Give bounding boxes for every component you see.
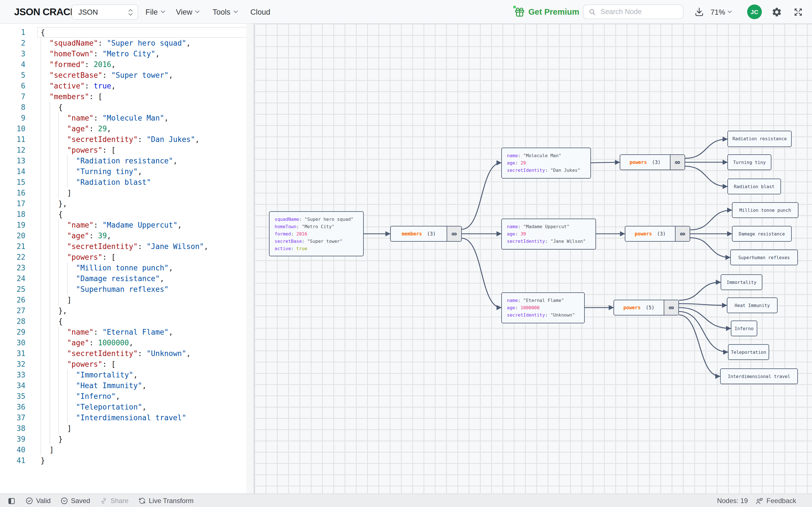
line-number: 22 [0, 252, 26, 263]
search-icon [589, 8, 596, 15]
download-icon [694, 7, 704, 17]
graph-node-leaf-teleportation[interactable]: Teleportation [728, 344, 769, 360]
node-collapse-link-button[interactable] [447, 226, 461, 241]
indent-guide [49, 423, 50, 434]
indent-guide [58, 166, 59, 177]
graph-node-root[interactable]: squadName: "Super hero squad"homeTown: "… [269, 211, 364, 256]
link-icon [100, 497, 108, 505]
indent-guide [67, 380, 68, 391]
editor-line: 21 "secretIdentity": "Jane Wilson", [0, 241, 254, 252]
line-number: 34 [0, 380, 26, 391]
graph-node-powers-1[interactable]: powers(3) [620, 154, 685, 170]
graph-node-member-1[interactable]: name: "Molecule Man"age: 29secretIdentit… [501, 148, 591, 179]
graph-node-member-3[interactable]: name: "Eternal Flame"age: 1000000secretI… [501, 292, 585, 323]
indent-guide [67, 177, 68, 187]
node-collapse-link-button[interactable] [675, 226, 690, 241]
graph-node-members[interactable]: members(3) [390, 226, 462, 242]
indent-guide [41, 156, 41, 166]
zoom-level-dropdown[interactable]: 71% [711, 4, 732, 20]
share-button[interactable]: Share [100, 497, 129, 505]
toggle-editor-panel-button[interactable] [7, 497, 16, 505]
graph-node-powers-2[interactable]: powers(3) [625, 226, 690, 242]
graph-node-leaf-million-tonne-punch[interactable]: Million tonne punch [732, 202, 799, 218]
editor-line: 41} [0, 455, 254, 466]
editor-scrollbar[interactable] [246, 24, 254, 494]
search-input[interactable] [599, 7, 678, 16]
indent-guide [58, 402, 59, 412]
indent-guide [67, 273, 68, 284]
graph-node-member-2[interactable]: name: "Madame Uppercut"age: 39secretIden… [501, 219, 596, 249]
indent-guide [41, 80, 41, 91]
menu-cloud[interactable]: Cloud [250, 0, 270, 24]
editor-line: 4 "formed": 2016, [0, 59, 254, 70]
indent-guide [41, 402, 41, 412]
indent-guide [41, 327, 41, 337]
indent-guide [49, 348, 50, 359]
graph-node-leaf-inferno[interactable]: Inferno [731, 321, 757, 336]
feedback-button[interactable]: Feedback [755, 497, 796, 505]
graph-node-leaf-radiation-blast[interactable]: Radiation blast [727, 179, 781, 194]
get-premium-button[interactable]: Get Premium [514, 0, 579, 24]
line-number: 27 [0, 305, 26, 316]
graph-node-leaf-heat-immunity[interactable]: Heat Immunity [727, 297, 777, 313]
indent-guide [41, 359, 41, 370]
menu-view[interactable]: View [176, 0, 200, 24]
node-property-row: name: "Eternal Flame" [507, 297, 579, 304]
indent-guide [58, 380, 59, 391]
node-collapse-link-button[interactable] [670, 155, 684, 170]
gear-icon [771, 6, 782, 17]
editor-line: 2 "squadName": "Super hero squad", [0, 38, 254, 48]
line-number: 39 [0, 434, 26, 445]
indent-guide [58, 220, 59, 230]
leaf-node-label: Interdimensional travel [728, 374, 790, 379]
node-property-row: homeTown: "Metro City" [274, 223, 358, 230]
indent-guide [49, 123, 50, 134]
indent-guide [58, 284, 59, 295]
editor-line: 6 "active": true, [0, 80, 254, 91]
refresh-icon [138, 497, 146, 505]
check-circle-icon [26, 497, 33, 505]
indent-guide [49, 187, 50, 198]
settings-button[interactable] [769, 4, 784, 20]
graph-node-powers-3[interactable]: powers(5) [613, 300, 679, 316]
graph-canvas[interactable]: squadName: "Super hero squad"homeTown: "… [254, 24, 812, 494]
graph-node-leaf-radiation-resistance[interactable]: Radiation resistance [727, 131, 792, 147]
line-number: 7 [0, 91, 26, 102]
graph-node-leaf-immortality[interactable]: Immortality [721, 274, 762, 290]
indent-guide [49, 295, 50, 305]
indent-guide [49, 230, 50, 241]
indent-guide [49, 156, 50, 166]
json-editor[interactable]: 1{2 "squadName": "Super hero squad",3 "h… [0, 24, 254, 494]
menu-tools[interactable]: Tools [213, 0, 238, 24]
menu-file[interactable]: File [146, 0, 166, 24]
avatar[interactable]: JC [747, 4, 762, 19]
fullscreen-button[interactable] [790, 4, 806, 20]
indent-guide [41, 177, 41, 187]
indent-guide [49, 327, 50, 337]
indent-guide [41, 70, 41, 80]
fullscreen-icon [793, 7, 803, 17]
indent-guide [67, 263, 68, 273]
indent-guide [41, 123, 41, 134]
editor-line: 28 { [0, 316, 254, 327]
graph-node-leaf-superhuman-reflexes[interactable]: Superhuman reflexes [730, 249, 798, 265]
download-button[interactable] [691, 4, 707, 20]
line-number: 23 [0, 263, 26, 273]
live-transform-toggle[interactable]: Live Transform [138, 497, 194, 505]
chevron-down-icon [233, 9, 238, 15]
indent-guide [41, 209, 41, 220]
format-selector[interactable]: JSON [71, 4, 138, 20]
leaf-node-label: Immortality [726, 280, 756, 285]
line-number: 14 [0, 166, 26, 177]
indent-guide [67, 391, 68, 402]
graph-node-leaf-damage-resistance[interactable]: Damage resistance [732, 226, 792, 242]
indent-guide [58, 113, 59, 123]
graph-node-leaf-turning-tiny[interactable]: Turning tiny [727, 154, 771, 170]
indent-guide [41, 102, 41, 113]
line-number: 10 [0, 123, 26, 134]
graph-node-leaf-interdimensional-travel[interactable]: Interdimensional travel [720, 369, 798, 384]
indent-guide [58, 156, 59, 166]
node-collapse-link-button[interactable] [664, 300, 678, 315]
node-property-row: squadName: "Super hero squad" [274, 216, 358, 223]
indent-guide [41, 48, 41, 59]
